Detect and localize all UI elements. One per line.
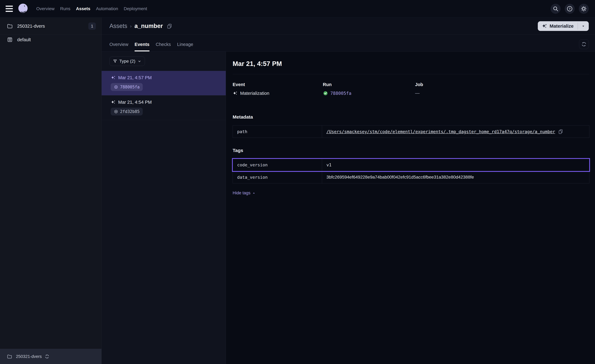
sync-icon[interactable] (45, 354, 50, 359)
events-filter-row: Type (2) (102, 52, 226, 71)
event-time-row: Mar 21, 4:57 PM (111, 75, 226, 80)
gear-icon (581, 6, 587, 12)
job-value: — (415, 91, 420, 96)
copy-asset-name-button[interactable] (167, 23, 172, 29)
breadcrumb-separator: › (130, 23, 132, 29)
refresh-icon (581, 42, 587, 47)
dagster-logo-icon[interactable] (17, 3, 29, 14)
settings-button[interactable] (579, 4, 589, 14)
code-location-label: 250321-dvers (17, 24, 45, 29)
run-id-badge[interactable]: 788005fa (111, 83, 143, 91)
nav-item-deployment[interactable]: Deployment (124, 6, 147, 11)
tag-key: data_version (233, 171, 322, 183)
hide-tags-link[interactable]: Hide tags (233, 191, 256, 196)
metadata-key: path (233, 126, 322, 138)
nav-item-automation[interactable]: Automation (96, 6, 118, 11)
asset-count-badge: 1 (88, 22, 96, 30)
metadata-heading: Metadata (233, 114, 589, 120)
tag-value: 3bfc269594ef649228e9a74bab00f042efc91d5a… (326, 175, 474, 180)
type-filter-button[interactable]: Type (2) (109, 56, 145, 66)
event-list-item[interactable]: Mar 21, 4:57 PM 788005fa (102, 71, 226, 95)
breadcrumb: Assets › a_number (109, 23, 172, 29)
nav-links: Overview Runs Assets Automation Deployme… (36, 6, 147, 11)
run-column-label: Run (323, 82, 415, 87)
nav-item-overview[interactable]: Overview (36, 6, 55, 11)
tab-checks[interactable]: Checks (156, 42, 171, 51)
event-detail-panel: Mar 21, 4:57 PM Event Materialization (226, 52, 595, 364)
asset-tabs: Overview Events Checks Lineage (102, 35, 595, 52)
run-id-badge[interactable]: 2fd32b85 (111, 108, 143, 115)
nav-item-runs[interactable]: Runs (60, 6, 70, 11)
footer-location-label: 250321-dvers (16, 354, 42, 359)
run-circle-dot-icon (114, 109, 118, 114)
tag-key: code_version (233, 159, 322, 171)
app-root: Overview Runs Assets Automation Deployme… (0, 0, 595, 364)
page-header: Assets › a_number Materialize (102, 17, 595, 35)
copy-path-button[interactable] (558, 129, 563, 134)
events-list-panel: Type (2) Mar 21, 4:57 PM (102, 52, 226, 364)
job-column-label: Job (415, 82, 589, 87)
table-row-data-version: data_version 3bfc269594ef649228e9a74bab0… (233, 171, 589, 183)
run-success-check-icon (323, 91, 328, 96)
event-time-row: Mar 21, 4:54 PM (111, 99, 226, 105)
breadcrumb-assets-link[interactable]: Assets (109, 23, 127, 29)
filter-funnel-icon (113, 59, 117, 63)
metadata-path-link[interactable]: /Users/smackesey/stm/code/elementl/exper… (326, 129, 555, 134)
tab-overview[interactable]: Overview (109, 42, 128, 51)
hide-tags-label: Hide tags (233, 191, 250, 196)
hamburger-menu-icon[interactable] (6, 6, 13, 12)
event-timestamp: Mar 21, 4:57 PM (118, 75, 152, 80)
caret-down-icon (581, 24, 586, 28)
sidebar-item-default-group[interactable]: default (0, 35, 101, 44)
event-run-job-section: Event Materialization Run (233, 82, 589, 96)
materialize-button[interactable]: Materialize (538, 21, 578, 31)
asset-group-icon (7, 37, 13, 43)
tag-value: v1 (326, 162, 332, 167)
table-row-code-version: code_version v1 (233, 159, 589, 171)
tags-table: code_version v1 data_version 3bfc269594e… (233, 159, 589, 183)
run-circle-dot-icon (114, 85, 118, 89)
asset-group-label: default (17, 37, 31, 42)
materialization-sparkle-icon (233, 91, 238, 96)
run-id-text: 788005fa (120, 85, 140, 89)
tab-lineage[interactable]: Lineage (177, 42, 193, 51)
run-id-link[interactable]: 788005fa (330, 91, 351, 96)
sidebar-footer: 250321-dvers (0, 349, 101, 364)
materialization-sparkle-icon (111, 75, 116, 80)
triangle-up-icon (252, 191, 256, 195)
event-type-value: Materialization (240, 91, 269, 96)
tags-heading: Tags (233, 148, 589, 153)
search-button[interactable] (551, 4, 561, 14)
run-id-text: 2fd32b85 (120, 109, 140, 114)
event-detail-title: Mar 21, 4:57 PM (233, 60, 589, 68)
materialize-label: Materialize (550, 23, 574, 29)
materialize-dropdown-button[interactable] (578, 21, 589, 31)
metadata-table: path /Users/smackesey/stm/code/elementl/… (233, 125, 589, 138)
sidebar-item-code-location[interactable]: 250321-dvers 1 (0, 17, 101, 35)
folder-icon (7, 354, 12, 359)
top-nav: Overview Runs Assets Automation Deployme… (0, 0, 595, 17)
materialize-button-group: Materialize (538, 21, 589, 31)
event-list-item[interactable]: Mar 21, 4:54 PM 2fd32b85 (102, 95, 226, 120)
top-nav-actions: ? (551, 4, 589, 14)
type-filter-label: Type (2) (119, 59, 135, 64)
help-icon: ? (567, 6, 573, 12)
sidebar: 250321-dvers 1 default 250321-dvers (0, 17, 102, 364)
event-timestamp: Mar 21, 4:54 PM (118, 100, 152, 105)
nav-item-assets[interactable]: Assets (76, 6, 90, 11)
table-row: path /Users/smackesey/stm/code/elementl/… (233, 126, 589, 138)
tab-events[interactable]: Events (135, 42, 149, 51)
refresh-button[interactable] (579, 39, 589, 49)
event-column-label: Event (233, 82, 323, 87)
help-button[interactable]: ? (565, 4, 575, 14)
chevron-down-icon (137, 59, 142, 63)
page-title: a_number (135, 23, 163, 29)
search-icon (552, 6, 559, 12)
folder-icon (7, 23, 13, 29)
materialization-sparkle-icon (111, 99, 116, 105)
svg-text:?: ? (569, 7, 571, 10)
materialize-sparkle-icon (542, 23, 547, 29)
